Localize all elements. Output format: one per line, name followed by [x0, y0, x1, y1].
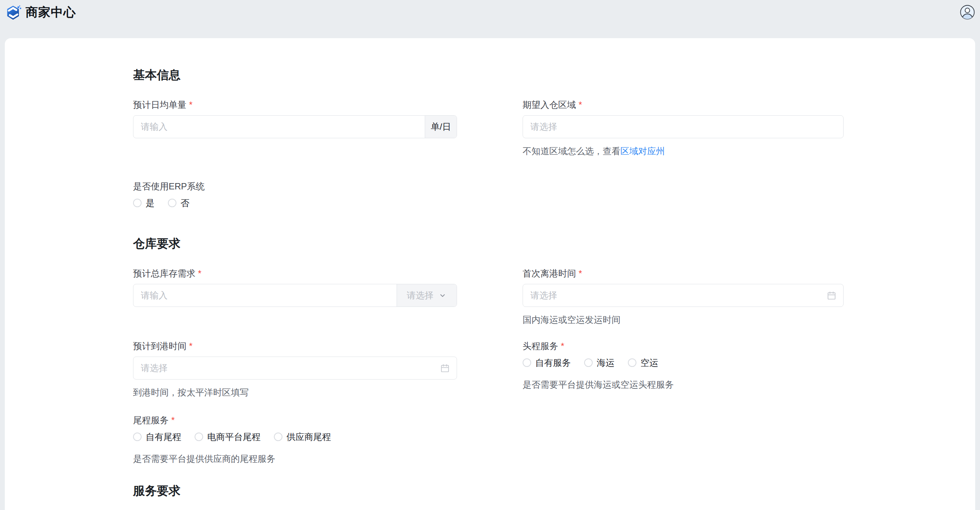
- calendar-icon: [827, 291, 837, 300]
- form-row-3: 预计总库存需求* 请选择 首次离港时间* 请选择: [133, 267, 975, 326]
- required-asterisk: *: [189, 100, 192, 110]
- arrival-time-placeholder: 请选择: [141, 362, 167, 374]
- field-arrival-time: 预计到港时间* 请选择 到港时间，按太平洋时区填写: [133, 340, 457, 399]
- erp-radio-no[interactable]: 否: [168, 197, 189, 209]
- form-row-4: 预计到港时间* 请选择 到港时间，按太平洋时区填写 头程服务*: [133, 340, 975, 399]
- first-leg-radio-sea[interactable]: 海运: [584, 357, 614, 369]
- target-region-select[interactable]: 请选择: [523, 115, 843, 138]
- field-erp: 是否使用ERP系统 是 否: [133, 180, 457, 209]
- first-departure-hint: 国内海运或空运发运时间: [523, 313, 843, 326]
- last-leg-hint: 是否需要平台提供供应商的尾程服务: [133, 453, 457, 465]
- erp-radio-no-label: 否: [180, 197, 189, 209]
- radio-circle-icon: [274, 432, 282, 441]
- first-departure-placeholder: 请选择: [530, 289, 557, 301]
- field-last-leg-service: 尾程服务* 自有尾程 电商平台尾程 供应商尾程 是否需要平台提供供应商的尾程服务: [133, 414, 457, 465]
- form-row-1: 预计日均单量* 单/日 期望入仓区域* 请选择 不知道区域怎么选，查看区域对应州: [133, 99, 975, 157]
- form-row-2: 是否使用ERP系统 是 否: [133, 180, 975, 209]
- first-leg-radio-sea-label: 海运: [597, 357, 614, 369]
- section-title-service: 服务要求: [133, 483, 975, 499]
- last-leg-radio-own[interactable]: 自有尾程: [133, 431, 181, 443]
- form-row-5: 尾程服务* 自有尾程 电商平台尾程 供应商尾程 是否需要平台提供供应商的尾程服务: [133, 414, 975, 465]
- last-leg-radio-ecommerce-label: 电商平台尾程: [207, 431, 261, 443]
- daily-orders-input[interactable]: [134, 116, 425, 138]
- first-departure-datepicker[interactable]: 请选择: [523, 284, 843, 307]
- merchant-logo-icon: [6, 5, 22, 20]
- target-region-label: 期望入仓区域*: [523, 99, 843, 111]
- field-first-departure: 首次离港时间* 请选择 国内海运或空运发运时间: [523, 267, 843, 326]
- last-leg-radio-supplier-label: 供应商尾程: [286, 431, 331, 443]
- radio-circle-icon: [133, 199, 142, 207]
- required-asterisk: *: [198, 269, 201, 278]
- first-leg-hint: 是否需要平台提供海运或空运头程服务: [523, 378, 843, 391]
- radio-circle-icon: [523, 358, 531, 367]
- first-departure-label: 首次离港时间*: [523, 267, 843, 280]
- last-leg-radio-ecommerce[interactable]: 电商平台尾程: [194, 431, 261, 443]
- target-region-hint: 不知道区域怎么选，查看区域对应州: [523, 145, 843, 157]
- total-inventory-label: 预计总库存需求*: [133, 267, 457, 280]
- daily-orders-label-text: 预计日均单量: [133, 100, 186, 110]
- arrival-time-label-text: 预计到港时间: [133, 341, 186, 351]
- radio-circle-icon: [584, 358, 593, 367]
- first-leg-label-text: 头程服务: [523, 341, 558, 351]
- required-asterisk: *: [579, 269, 582, 278]
- total-inventory-unit-select[interactable]: 请选择: [396, 284, 457, 307]
- required-asterisk: *: [171, 415, 175, 425]
- daily-orders-label: 预计日均单量*: [133, 99, 457, 111]
- radio-circle-icon: [194, 432, 203, 441]
- arrival-time-label: 预计到港时间*: [133, 340, 457, 352]
- page-title: 商家中心: [25, 4, 76, 21]
- daily-orders-input-group: 单/日: [133, 115, 457, 138]
- erp-radio-yes[interactable]: 是: [133, 197, 154, 209]
- erp-label: 是否使用ERP系统: [133, 180, 457, 192]
- target-region-hint-text: 不知道区域怎么选，查看: [523, 146, 620, 156]
- erp-radio-yes-label: 是: [146, 197, 154, 209]
- arrival-time-hint: 到港时间，按太平洋时区填写: [133, 386, 457, 399]
- required-asterisk: *: [561, 341, 564, 351]
- field-target-region: 期望入仓区域* 请选择 不知道区域怎么选，查看区域对应州: [523, 99, 843, 157]
- radio-circle-icon: [133, 432, 142, 441]
- total-inventory-label-text: 预计总库存需求: [133, 269, 195, 278]
- app-header: 商家中心: [0, 0, 980, 24]
- field-first-leg-service: 头程服务* 自有服务 海运 空运 是否需要平台提供海运或空运头程服务: [523, 340, 843, 391]
- first-leg-radio-own-label: 自有服务: [535, 357, 571, 369]
- total-inventory-input[interactable]: [134, 284, 396, 307]
- field-daily-orders: 预计日均单量* 单/日: [133, 99, 457, 138]
- calendar-icon: [440, 363, 450, 373]
- required-asterisk: *: [579, 100, 582, 110]
- last-leg-radio-own-label: 自有尾程: [146, 431, 181, 443]
- target-region-placeholder: 请选择: [530, 121, 557, 133]
- first-leg-radio-air[interactable]: 空运: [628, 357, 658, 369]
- last-leg-label-text: 尾程服务: [133, 415, 169, 425]
- last-leg-radio-group: 自有尾程 电商平台尾程 供应商尾程: [133, 431, 457, 443]
- erp-radio-group: 是 否: [133, 197, 457, 209]
- section-title-basic-info: 基本信息: [133, 67, 975, 83]
- region-state-map-link[interactable]: 区域对应州: [620, 146, 665, 156]
- form-card: 基本信息 预计日均单量* 单/日 期望入仓区域* 请选择 不知道区域怎么选，查看…: [5, 38, 975, 510]
- arrival-time-datepicker[interactable]: 请选择: [133, 357, 457, 380]
- user-avatar-icon[interactable]: [960, 5, 975, 20]
- chevron-down-icon: [438, 291, 447, 300]
- first-leg-radio-group: 自有服务 海运 空运: [523, 357, 843, 369]
- first-leg-label: 头程服务*: [523, 340, 843, 352]
- section-title-warehouse: 仓库要求: [133, 235, 975, 252]
- radio-circle-icon: [628, 358, 636, 367]
- radio-circle-icon: [168, 199, 177, 207]
- daily-orders-unit-addon: 单/日: [425, 116, 457, 138]
- first-leg-radio-air-label: 空运: [641, 357, 658, 369]
- target-region-label-text: 期望入仓区域: [523, 100, 576, 110]
- last-leg-label: 尾程服务*: [133, 414, 457, 426]
- first-departure-label-text: 首次离港时间: [523, 269, 576, 278]
- first-leg-radio-own[interactable]: 自有服务: [523, 357, 571, 369]
- total-inventory-input-group: 请选择: [133, 284, 457, 307]
- total-inventory-unit-placeholder: 请选择: [407, 289, 434, 301]
- field-total-inventory: 预计总库存需求* 请选择: [133, 267, 457, 307]
- last-leg-radio-supplier[interactable]: 供应商尾程: [274, 431, 331, 443]
- required-asterisk: *: [189, 341, 192, 351]
